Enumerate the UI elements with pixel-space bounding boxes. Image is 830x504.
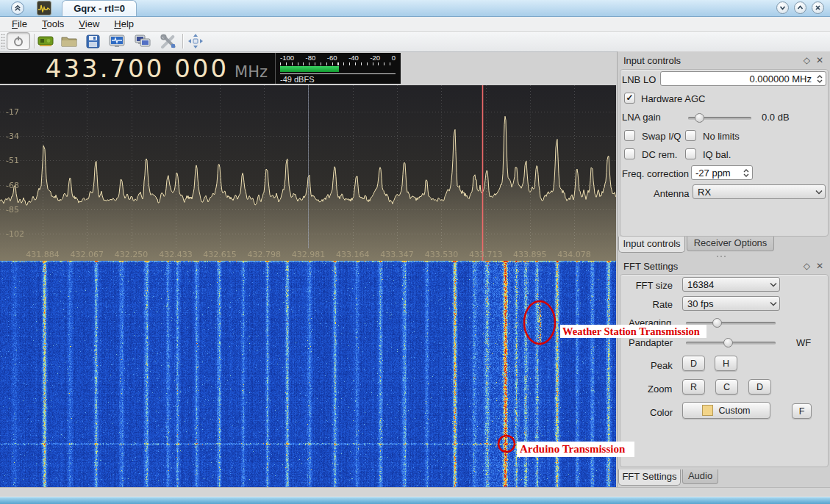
fill-button[interactable]: F (792, 403, 812, 419)
input-controls-title: Input controls (623, 55, 681, 68)
minimize-button[interactable] (776, 1, 789, 14)
fft-size-combo[interactable]: 16384 (682, 277, 780, 292)
dock-resize-handle[interactable] (717, 255, 730, 257)
slider-handle[interactable] (723, 338, 733, 348)
meter-readout: -49 dBFS (280, 75, 396, 84)
save-button[interactable] (84, 33, 101, 49)
freq-correction-value[interactable]: -27 ppm (692, 168, 741, 179)
zoom-label: Zoom (648, 384, 672, 395)
hardware-agc-checkbox[interactable]: ✓ (624, 93, 635, 104)
meter-tick: -60 (327, 54, 337, 62)
menu-tools[interactable]: Tools (35, 17, 71, 31)
toolbar-separator (34, 34, 35, 48)
rate-value: 30 fps (683, 298, 768, 309)
power-button[interactable] (7, 32, 30, 50)
frequency-unit: MHz (235, 63, 268, 81)
pandapter-slider[interactable] (686, 337, 776, 348)
frequency-display[interactable]: 433.700 000 MHz (0, 53, 275, 84)
rate-label: Rate (632, 299, 673, 310)
power-icon (12, 35, 24, 47)
antenna-value: RX (693, 187, 813, 198)
zoom-center-button[interactable]: C (715, 379, 738, 395)
tab-fft-settings[interactable]: FFT Settings (618, 469, 681, 486)
meter-scale: -100 -80 -60 -40 -20 0 (280, 54, 396, 62)
color-custom-label: Custom (718, 406, 750, 416)
dc-rem-label: DC rem. (642, 149, 677, 160)
lnb-lo-spinbox[interactable]: 0.000000 MHz (660, 71, 826, 86)
slider-handle[interactable] (712, 318, 722, 328)
folder-icon (61, 35, 77, 48)
status-bar (0, 487, 830, 497)
close-panel-icon[interactable]: ✕ (816, 261, 823, 271)
meter-baseline (280, 73, 396, 74)
close-panel-icon[interactable]: ✕ (816, 55, 823, 65)
lna-gain-slider[interactable] (688, 112, 751, 123)
titlebar[interactable]: Gqrx - rtl=0 (0, 0, 830, 17)
float-panel-icon[interactable]: ◇ (804, 55, 810, 65)
no-limits-label: No limits (703, 131, 740, 142)
peak-label: Peak (651, 360, 673, 371)
close-button[interactable] (812, 1, 824, 14)
chevron-down-icon (779, 4, 787, 12)
remote-control-button[interactable] (134, 33, 151, 49)
fft-size-label: FFT size (632, 280, 673, 291)
antenna-combo[interactable]: RX (693, 184, 826, 199)
maximize-button[interactable] (794, 1, 806, 14)
slider-handle[interactable] (695, 113, 704, 123)
freq-correction-label: Freq. correction (622, 168, 689, 179)
menu-help[interactable]: Help (107, 17, 141, 31)
tab-input-controls[interactable]: Input controls (618, 237, 685, 253)
tools-icon (160, 34, 176, 48)
spin-arrows-icon[interactable] (815, 75, 826, 83)
sdr-card-icon (37, 35, 54, 48)
menu-view[interactable]: View (71, 17, 107, 31)
freq-correction-spinbox[interactable]: -27 ppm (691, 165, 753, 180)
meter-tick: -20 (370, 54, 380, 62)
swap-iq-label: Swap I/Q (642, 131, 681, 142)
float-panel-icon[interactable]: ◇ (804, 261, 810, 271)
color-custom-button[interactable]: Custom (682, 402, 770, 419)
toolbar (0, 32, 830, 52)
toolbar-grip[interactable] (1, 33, 5, 49)
signal-meter: -100 -80 -60 -40 -20 0 -49 dBFS (275, 53, 401, 84)
no-limits-checkbox[interactable] (685, 130, 696, 141)
chevron-down-icon (768, 282, 779, 287)
color-swatch (702, 405, 713, 416)
pan-arrows-icon (187, 33, 204, 49)
arduino-annotation: Arduino Transmission (517, 442, 634, 457)
zoom-reset-button[interactable]: R (682, 379, 705, 395)
fft-size-value: 16384 (683, 279, 768, 290)
iq-bal-checkbox[interactable] (685, 148, 696, 159)
chevron-down-icon (813, 190, 825, 195)
sdr-device-button[interactable] (37, 33, 54, 49)
tab-receiver-options[interactable]: Receiver Options (687, 237, 774, 251)
pan-button[interactable] (187, 33, 204, 49)
tab-audio[interactable]: Audio (682, 469, 718, 484)
gqrx-app-icon (37, 1, 51, 15)
swap-iq-checkbox[interactable] (624, 130, 635, 141)
lnb-lo-value[interactable]: 0.000000 MHz (661, 73, 815, 84)
peak-detect-button[interactable]: D (682, 356, 705, 371)
frequency-value[interactable]: 433.700 000 (46, 53, 229, 84)
dsp-monitor-icon (109, 35, 125, 48)
zoom-demod-button[interactable]: D (748, 379, 771, 395)
menu-file[interactable]: File (4, 17, 35, 31)
tools-button[interactable] (159, 33, 176, 49)
color-label: Color (650, 407, 673, 418)
rate-combo[interactable]: 30 fps (682, 296, 780, 311)
toolbar-separator (182, 34, 183, 48)
lna-gain-label: LNA gain (622, 112, 661, 123)
fft-settings-title: FFT Settings (623, 261, 678, 274)
dsp-button[interactable] (108, 33, 126, 49)
open-file-button[interactable] (60, 33, 78, 49)
peak-hold-button[interactable]: H (715, 356, 737, 371)
meter-tick: -100 (280, 54, 294, 62)
spin-arrows-icon[interactable] (741, 169, 752, 177)
fft-spectrum-plot[interactable] (0, 85, 616, 261)
bottom-panel-edge (0, 497, 830, 504)
window-title[interactable]: Gqrx - rtl=0 (62, 0, 137, 16)
double-chevron-up-icon (13, 4, 22, 12)
dc-rem-checkbox[interactable] (624, 148, 635, 159)
shade-button[interactable] (11, 1, 24, 15)
meter-tickmarks (280, 62, 396, 65)
